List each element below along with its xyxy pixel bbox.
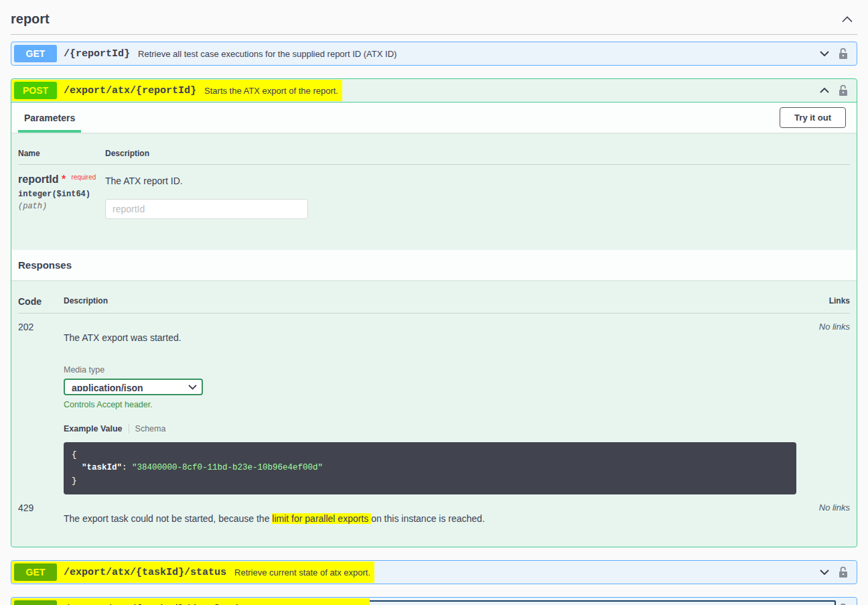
media-type-select[interactable]: application/json (64, 379, 203, 395)
responses-section-header: Responses (11, 250, 857, 280)
search-highlight-region: GET /export/atx/{taskId}/status Retrieve… (14, 563, 370, 581)
example-json-block: { "taskId": "38400000-8cf0-11bd-b23e-10b… (64, 442, 796, 494)
response-202-description: The ATX export was started. (64, 332, 796, 343)
http-method-badge: GET (14, 45, 57, 62)
tab-separator (129, 424, 129, 433)
media-type-label: Media type (64, 365, 796, 375)
required-asterisk: * (62, 174, 66, 185)
parameter-description: The ATX report ID. (105, 176, 850, 186)
links-column-header: Links (796, 296, 850, 314)
collapse-operation-button[interactable]: POST /export/atx/{reportId} Starts the A… (14, 82, 836, 99)
param-name-column-header: Name (18, 149, 105, 165)
responses-title: Responses (18, 259, 72, 271)
chevron-down-icon[interactable] (813, 569, 836, 575)
tag-title: report (11, 11, 50, 27)
collapse-tag-chevron-up-icon[interactable] (841, 16, 853, 23)
operation-body: Parameters Try it out Name Description r… (11, 102, 857, 547)
parameter-meta-cell: reportId * required integer($int64) (pat… (18, 165, 105, 219)
parameter-location: (path) (18, 202, 105, 211)
auth-lock-open-icon[interactable] (836, 566, 854, 578)
parameter-description-cell: The ATX report ID. (105, 165, 850, 219)
auth-lock-open-icon[interactable] (836, 84, 854, 96)
parameter-type: integer($int64) (18, 190, 105, 199)
response-code-202: 202 (18, 314, 64, 494)
tab-example-value[interactable]: Example Value (64, 424, 123, 433)
endpoint-path[interactable]: /export/atx/{reportId} (64, 85, 196, 96)
try-it-out-button[interactable]: Try it out (780, 107, 846, 128)
response-429-text: The export task could not be started, be… (64, 513, 272, 524)
parameters-section-header: Parameters Try it out (11, 103, 857, 133)
search-highlight-region: POST /export/atx/{reportId} Starts the A… (14, 82, 338, 99)
json-key-taskid: "taskId" (72, 463, 122, 472)
opblock-get-status: GET /export/atx/{taskId}/status Retrieve… (11, 560, 857, 584)
response-code-429: 429 (18, 494, 64, 524)
json-brace-close: } (72, 476, 77, 486)
endpoint-summary-row: GET /export/atx/{taskId}/status Retrieve… (11, 561, 857, 584)
chevron-down-icon[interactable] (813, 51, 836, 56)
opblock-post-export-atx: POST /export/atx/{reportId} Starts the A… (11, 78, 857, 547)
endpoint-summary-row: GET /export/atx/{taskId}/download Downlo… (11, 598, 857, 605)
endpoint-summary-row: POST /export/atx/{reportId} Starts the A… (11, 79, 857, 102)
param-description-column-header: Description (105, 149, 850, 165)
json-colon: : (122, 463, 132, 472)
endpoint-summary-row: GET /{reportId} Retrieve all test case e… (11, 42, 857, 65)
tag-header[interactable]: report (11, 0, 857, 35)
http-method-badge: GET (14, 563, 57, 581)
example-schema-tabs: Example Value Schema (64, 424, 796, 433)
response-429-cell: The export task could not be started, be… (64, 494, 796, 524)
opblock-get-reportid: GET /{reportId} Retrieve all test case e… (11, 42, 857, 66)
search-highlight-text: limit for parallel exports (272, 513, 371, 524)
response-429-links: No links (796, 494, 850, 524)
controls-accept-header-note: Controls Accept header. (64, 400, 796, 409)
endpoint-path[interactable]: /{reportId} (64, 48, 130, 60)
required-label: required (72, 174, 96, 181)
opblock-get-download: GET /export/atx/{taskId}/download Downlo… (11, 597, 857, 605)
parameters-content: Name Description reportId * required int… (11, 133, 857, 250)
code-column-header: Code (18, 296, 64, 314)
expand-operation-button[interactable]: GET /export/atx/{taskId}/status Retrieve… (14, 563, 836, 581)
parameter-name: reportId (18, 174, 58, 185)
tab-parameters[interactable]: Parameters (18, 103, 81, 133)
tab-schema[interactable]: Schema (135, 424, 166, 433)
expand-operation-button-focused[interactable]: GET /export/atx/{taskId}/download Downlo… (14, 600, 836, 605)
reportid-input[interactable] (105, 199, 308, 219)
media-type-control: Media type application/json Controls Acc… (64, 365, 796, 409)
endpoint-summary-text: Retrieve all test case executions for th… (138, 49, 396, 59)
response-429-text-end: on this instance is reached. (371, 513, 485, 524)
json-brace-open: { (72, 450, 77, 460)
endpoint-summary-text: Starts the ATX export of the report. (204, 86, 338, 96)
response-429-description: The export task could not be started, be… (64, 513, 796, 524)
json-value-taskid: "38400000-8cf0-11bd-b23e-10b96e4ef00d" (132, 463, 323, 472)
search-highlight-region: GET /export/atx/{taskId}/download Downlo… (14, 600, 366, 605)
http-method-badge: POST (14, 82, 57, 99)
http-method-badge: GET (14, 600, 57, 605)
description-column-header: Description (64, 296, 796, 314)
endpoint-path[interactable]: /export/atx/{taskId}/status (64, 567, 226, 578)
endpoint-summary-text: Retrieve current state of atx export. (234, 567, 370, 578)
chevron-up-icon[interactable] (813, 88, 836, 93)
responses-content: Code Description Links 202 The ATX expor… (11, 280, 857, 547)
expand-operation-button[interactable]: GET /{reportId} Retrieve all test case e… (14, 45, 836, 62)
response-202-links: No links (796, 314, 850, 494)
response-202-cell: The ATX export was started. Media type a… (64, 314, 796, 494)
auth-lock-open-icon[interactable] (836, 48, 854, 60)
